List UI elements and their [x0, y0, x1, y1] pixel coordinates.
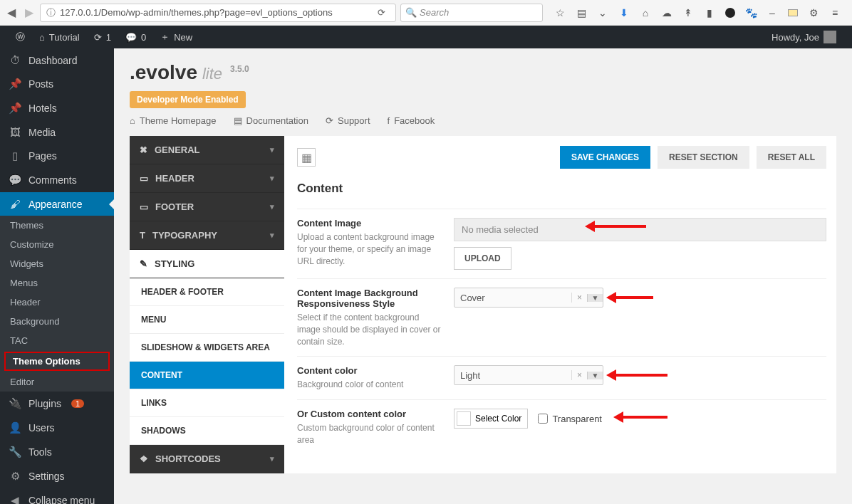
- content-color-select[interactable]: Light × ▼: [454, 365, 603, 385]
- howdy-link[interactable]: Howdy, Joe: [764, 26, 843, 48]
- support-icon: ⟳: [326, 115, 333, 126]
- flag-icon[interactable]: ▮: [704, 7, 715, 19]
- menu-posts[interactable]: 📌Posts: [0, 72, 114, 96]
- upload-button[interactable]: UPLOAD: [454, 247, 511, 270]
- footer-icon: ▭: [140, 201, 148, 212]
- clear-icon[interactable]: ×: [571, 293, 587, 303]
- label: Content Image: [297, 218, 441, 229]
- avatar: [824, 31, 836, 43]
- theme-header: .evolve lite 3.5.0 Developer Mode Enable…: [114, 48, 852, 115]
- subtab-header-footer[interactable]: HEADER & FOOTER: [130, 278, 284, 306]
- menu-plugins[interactable]: 🔌Plugins1: [0, 392, 114, 416]
- pin-icon[interactable]: ↟: [682, 7, 694, 19]
- sub-background[interactable]: Background: [0, 312, 114, 331]
- sub-header[interactable]: Header: [0, 293, 114, 312]
- sliders-icon: ⚙: [9, 470, 21, 483]
- subtab-content[interactable]: CONTENT: [130, 362, 284, 389]
- checkbox-input[interactable]: [538, 414, 548, 424]
- section-title: Content: [297, 182, 826, 196]
- header-links: ⌂Theme Homepage ▤Documentation ⟳Support …: [114, 115, 852, 136]
- reload-icon[interactable]: ⟳: [378, 7, 385, 18]
- comment-icon: 💬: [125, 32, 137, 43]
- menu-settings[interactable]: ⚙Settings: [0, 464, 114, 488]
- list-icon[interactable]: ▤: [576, 7, 587, 19]
- toolbar-icons: ☆ ▤ ⌄ ⬇ ⌂ ☁ ↟ ▮ 🐾 – ⚙ ≡: [547, 7, 848, 19]
- tab-header[interactable]: ▭HEADER▾: [130, 164, 284, 193]
- updates-link[interactable]: ⟳1: [87, 26, 118, 48]
- reset-section-button[interactable]: RESET SECTION: [658, 146, 749, 169]
- description: Background color of content: [297, 379, 441, 391]
- tab-general[interactable]: ✖GENERAL▾: [130, 136, 284, 164]
- back-button[interactable]: ◀: [4, 4, 18, 22]
- field-custom-color: Or Custom content colorCustom background…: [297, 399, 826, 455]
- tab-shortcodes[interactable]: ❖SHORTCODES▾: [130, 445, 284, 473]
- menu-appearance[interactable]: 🖌Appearance: [0, 192, 114, 216]
- comments-link[interactable]: 💬0: [118, 26, 153, 48]
- expand-button[interactable]: ▦: [297, 148, 316, 167]
- subtab-shadows[interactable]: SHADOWS: [130, 417, 284, 445]
- sub-menus[interactable]: Menus: [0, 273, 114, 293]
- ext-icon[interactable]: 🐾: [745, 7, 757, 19]
- menu-dashboard[interactable]: ⏱Dashboard: [0, 48, 114, 72]
- pocket-icon[interactable]: ⌄: [597, 7, 608, 19]
- url-bar[interactable]: ⓘ 127.0.0.1/Demo/wp-admin/themes.php?pag…: [40, 4, 396, 22]
- subtab-links[interactable]: LINKS: [130, 389, 284, 417]
- search-icon: 🔍: [405, 7, 417, 18]
- star-icon[interactable]: ☆: [554, 7, 566, 19]
- media-input[interactable]: No media selected: [454, 218, 826, 241]
- menu-users[interactable]: 👤Users: [0, 416, 114, 440]
- chat-icon[interactable]: ☁: [661, 7, 672, 19]
- sub-editor[interactable]: Editor: [0, 372, 114, 392]
- save-button[interactable]: SAVE CHANGES: [560, 146, 650, 169]
- link-facebook[interactable]: fFacebook: [388, 115, 435, 126]
- orb-icon[interactable]: [725, 8, 735, 18]
- wp-logo[interactable]: ⓦ: [9, 26, 32, 48]
- plus-icon: ＋: [160, 31, 170, 43]
- subtab-slideshow[interactable]: SLIDESHOW & WIDGETS AREA: [130, 334, 284, 362]
- responsiveness-select[interactable]: Cover × ▼: [454, 288, 603, 308]
- menu-tools[interactable]: 🔧Tools: [0, 440, 114, 464]
- sub-tac[interactable]: TAC: [0, 331, 114, 350]
- home-icon[interactable]: ⌂: [640, 7, 651, 19]
- pin-icon: 📌: [9, 78, 21, 90]
- tab-styling[interactable]: ✎STYLING: [130, 250, 284, 278]
- options-nav: ✖GENERAL▾ ▭HEADER▾ ▭FOOTER▾ TTYPOGRAPHY▾…: [130, 136, 284, 473]
- wp-sidebar: ⏱Dashboard 📌Posts 📌Hotels 🖼Media ▯Pages …: [0, 48, 114, 504]
- menu-icon[interactable]: ≡: [829, 7, 841, 19]
- card-icon[interactable]: [788, 9, 798, 16]
- download-icon[interactable]: ⬇: [618, 7, 630, 19]
- link-home[interactable]: ⌂Theme Homepage: [130, 115, 217, 126]
- sub-widgets[interactable]: Widgets: [0, 254, 114, 273]
- menu-comments[interactable]: 💬Comments: [0, 168, 114, 192]
- gear-icon[interactable]: ⚙: [808, 7, 819, 19]
- link-docs[interactable]: ▤Documentation: [234, 115, 308, 126]
- label: Content color: [297, 365, 441, 376]
- home-icon: ⌂: [130, 115, 135, 126]
- sub-theme-options[interactable]: Theme Options: [4, 352, 110, 371]
- tab-footer[interactable]: ▭FOOTER▾: [130, 193, 284, 221]
- menu-collapse[interactable]: ◀Collapse menu: [0, 488, 114, 504]
- pin-icon: 📌: [9, 102, 21, 115]
- subtab-menu[interactable]: MENU: [130, 306, 284, 334]
- menu-media[interactable]: 🖼Media: [0, 120, 114, 144]
- forward-button[interactable]: ▶: [22, 4, 36, 22]
- theme-logo: .evolve lite 3.5.0: [130, 61, 836, 84]
- menu-pages[interactable]: ▯Pages: [0, 144, 114, 168]
- clear-icon[interactable]: ×: [571, 370, 587, 380]
- link-support[interactable]: ⟳Support: [326, 115, 370, 126]
- user-icon: 👤: [9, 421, 21, 434]
- color-swatch: [457, 411, 471, 426]
- annotation-arrow: [589, 225, 646, 228]
- sub-customize[interactable]: Customize: [0, 235, 114, 254]
- sub-themes[interactable]: Themes: [0, 216, 114, 235]
- site-link[interactable]: ⌂Tutorial: [32, 26, 87, 48]
- transparent-checkbox[interactable]: Transparent: [538, 414, 602, 424]
- menu-hotels[interactable]: 📌Hotels: [0, 96, 114, 120]
- dash-icon[interactable]: –: [767, 7, 778, 19]
- reset-all-button[interactable]: RESET ALL: [757, 146, 826, 169]
- new-link[interactable]: ＋New: [153, 26, 199, 48]
- browser-search[interactable]: 🔍 Search: [400, 4, 543, 22]
- tab-typography[interactable]: TTYPOGRAPHY▾: [130, 221, 284, 250]
- select-color-button[interactable]: Select Color: [454, 409, 528, 429]
- url-text: 127.0.0.1/Demo/wp-admin/themes.php?page=…: [60, 7, 333, 18]
